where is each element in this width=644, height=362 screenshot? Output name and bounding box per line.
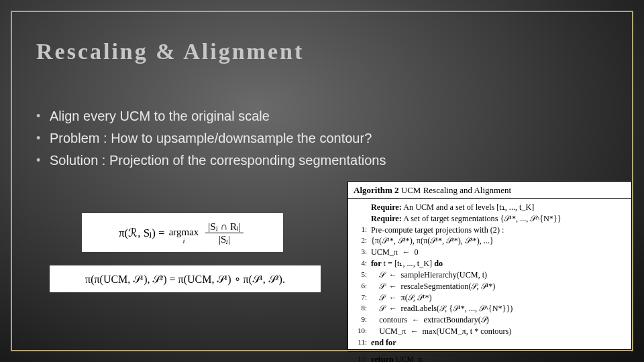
eq1-argmax: argmax i: [169, 227, 199, 245]
bullet-item: • Solution : Projection of the correspon…: [36, 150, 617, 171]
algo-line: 11:end for: [354, 337, 626, 349]
bullet-list: • Align every UCM to the original scale …: [36, 106, 617, 172]
bullet-text: Solution : Projection of the correspondi…: [50, 150, 386, 171]
slide: Rescaling & Alignment • Align every UCM …: [0, 0, 644, 362]
eq2-text: π(π(UCM, 𝒮¹), 𝒮²) = π(UCM, 𝒮¹) ∘ π(𝒮¹, 𝒮…: [85, 273, 285, 286]
bullet-item: • Problem : How to upsample/downsample t…: [36, 128, 617, 149]
algo-line: 6: 𝒮 ← rescaleSegmentation(𝒮, 𝒮¹*): [354, 281, 626, 292]
algorithm-box: Algorithm 2 UCM Rescaling and Alignment …: [347, 181, 632, 350]
eq1-fraction: |Sⱼ ∩ Rᵢ| |Sⱼ|: [205, 221, 244, 245]
algo-line: 10: UCM_π ← max(UCM_π, t * contours): [354, 326, 626, 337]
algo-line: 7: 𝒮 ← π(𝒮, 𝒮¹*): [354, 292, 626, 304]
algo-require: Require: An UCM and a set of levels [t₁,…: [354, 202, 626, 213]
algo-line: 1:Pre-compute target projections with (2…: [354, 225, 626, 236]
bullet-text: Problem : How to upsample/downsample the…: [50, 128, 372, 149]
algo-line: 8: 𝒮 ← readLabels(𝒮, {𝒮¹*, ..., 𝒮^{N*}}): [354, 303, 626, 314]
algo-line: 5: 𝒮 ← sampleHierarchy(UCM, t): [354, 269, 626, 281]
algo-require: Require: A set of target segmentations {…: [354, 213, 626, 225]
eq1-lhs: π(ℛ, Sⱼ) =: [119, 226, 165, 240]
algo-body: Require: An UCM and a set of levels [t₁,…: [348, 199, 631, 352]
algo-line: 3:UCM_π ← 0: [354, 247, 626, 258]
algo-line: 2:{π(𝒮¹*, 𝒮²*), π(π(𝒮¹*, 𝒮²*), 𝒮³*), ...…: [354, 235, 626, 247]
equation-composition: π(π(UCM, 𝒮¹), 𝒮²) = π(UCM, 𝒮¹) ∘ π(𝒮¹, 𝒮…: [50, 265, 321, 292]
bullet-dot-icon: •: [36, 106, 50, 127]
bullet-text: Align every UCM to the original scale: [50, 106, 270, 127]
algo-return: 12:return UCM_π: [348, 352, 631, 362]
equation-projection: π(ℛ, Sⱼ) = argmax i |Sⱼ ∩ Rᵢ| |Sⱼ|: [82, 213, 283, 252]
algo-line: 9: contours ← extractBoundary(𝒮): [354, 314, 626, 326]
bullet-dot-icon: •: [36, 150, 50, 171]
algo-line: 4:for t = [t₁, ..., t_K] do: [354, 258, 626, 269]
bullet-item: • Align every UCM to the original scale: [36, 106, 617, 127]
bullet-dot-icon: •: [36, 128, 50, 149]
algo-title: Algorithm 2 UCM Rescaling and Alignment: [348, 182, 631, 199]
slide-title: Rescaling & Alignment: [36, 39, 304, 64]
